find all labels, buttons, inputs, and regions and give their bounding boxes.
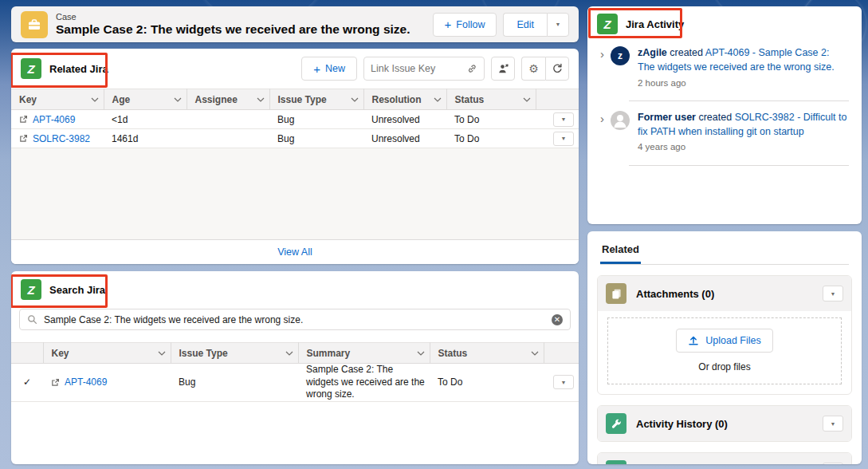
table-row[interactable]: SOLRC-3982 1461d Bug Unresolved To Do ▼ [11, 129, 579, 148]
status-cell: To Do [446, 129, 536, 148]
zagile-icon: Z [21, 58, 41, 79]
row-actions-button[interactable]: ▼ [553, 112, 574, 127]
briefcase-icon [27, 18, 41, 32]
table-row[interactable]: APT-4069 <1d Bug Unresolved To Do ▼ [11, 110, 579, 129]
upload-files-label: Upload Files [705, 335, 760, 346]
selected-check-icon[interactable]: ✓ [11, 364, 43, 402]
row-actions-button[interactable]: ▼ [553, 375, 574, 389]
issue-key-link[interactable]: SOLRC-3982 [33, 133, 90, 144]
zagile-icon: Z [597, 14, 618, 34]
column-header-key[interactable]: Key [11, 89, 104, 110]
case-titles: Case Sample Case 2: The widgets we recei… [56, 12, 433, 37]
view-all-link[interactable]: View All [277, 246, 312, 258]
column-header-status[interactable]: Status [446, 89, 536, 110]
open-activities-header[interactable]: Open Activities (0) ▼ [598, 453, 851, 464]
drop-files-hint: Or drop files [616, 361, 833, 372]
jira-activity-card: Z Jira Activity › z zAgile created APT-4… [587, 6, 862, 224]
activity-history-card: Activity History (0) ▼ [597, 405, 852, 442]
clear-search-icon[interactable]: ✕ [552, 314, 563, 325]
resolution-cell: Unresolved [363, 129, 446, 148]
column-header-issue-type[interactable]: Issue Type [269, 89, 363, 110]
attachment-icon [606, 283, 626, 304]
column-header-assignee[interactable]: Assignee [187, 89, 269, 110]
sort-chevron-icon [91, 97, 99, 102]
file-pages-icon [611, 288, 623, 300]
plus-icon: + [313, 62, 320, 76]
sort-chevron-icon [531, 351, 539, 356]
upload-icon [688, 335, 699, 346]
file-drop-zone[interactable]: Upload Files Or drop files [607, 317, 842, 384]
related-jira-card: Z Related Jira + New [11, 49, 579, 264]
sort-chevron-icon [257, 97, 265, 102]
related-jira-title: Related Jira [49, 63, 108, 75]
search-jira-table: Key Issue Type Summary Status ✓ APT-4069… [11, 342, 579, 402]
assign-user-button[interactable] [491, 57, 515, 81]
activity-timestamp: 4 years ago [638, 140, 849, 153]
chevron-down-icon: ▼ [556, 22, 561, 27]
issue-key-link[interactable]: APT-4069 [65, 376, 107, 388]
header-actions: + Follow Edit ▼ [433, 13, 569, 37]
follow-button[interactable]: + Follow [433, 13, 497, 37]
jira-search-input[interactable] [44, 314, 552, 325]
external-link-icon [19, 115, 28, 124]
wrench-icon [606, 413, 626, 434]
column-header-resolution[interactable]: Resolution [363, 89, 446, 110]
column-header-issue-type[interactable]: Issue Type [171, 343, 298, 364]
panel-tools: ⚙ [521, 57, 569, 81]
tab-related[interactable]: Related [600, 242, 641, 264]
settings-button[interactable]: ⚙ [521, 57, 545, 81]
chevron-down-icon: ▼ [831, 421, 836, 427]
activity-issue-link[interactable]: APT-4069 - Sample Case 2: The widgets we… [638, 47, 835, 73]
activity-history-header[interactable]: Activity History (0) ▼ [598, 406, 851, 441]
jira-activity-header: Z Jira Activity [587, 6, 862, 41]
edit-button[interactable]: Edit [503, 13, 547, 37]
right-column: Z Jira Activity › z zAgile created APT-4… [587, 6, 862, 469]
age-cell: 1461d [104, 129, 187, 148]
attachments-menu-button[interactable]: ▼ [823, 286, 843, 302]
open-activities-card: Open Activities (0) ▼ [597, 452, 852, 464]
edit-button-group: Edit ▼ [503, 13, 569, 37]
link-issue-key-field[interactable] [363, 57, 485, 81]
search-table-header-row: Key Issue Type Summary Status [11, 343, 579, 364]
activity-actor: zAgile [638, 47, 667, 58]
external-link-icon [19, 134, 28, 143]
column-header-summary[interactable]: Summary [298, 343, 430, 364]
header-more-actions-button[interactable]: ▼ [547, 13, 569, 37]
plus-icon: + [445, 18, 452, 31]
column-header-status[interactable]: Status [430, 343, 544, 364]
jira-search-field[interactable]: ✕ [19, 309, 571, 330]
case-icon [21, 11, 48, 38]
activity-history-title: Activity History (0) [636, 418, 728, 430]
column-header-age[interactable]: Age [104, 89, 187, 110]
chevron-down-icon: ▼ [561, 136, 567, 141]
column-header-key[interactable]: Key [43, 343, 171, 364]
activity-history-menu-button[interactable]: ▼ [823, 416, 843, 432]
chevron-right-icon[interactable]: › [600, 111, 604, 127]
link-icon [467, 63, 477, 74]
activity-text: Former user created SOLRC-3982 - Difficu… [638, 111, 849, 154]
column-header-actions [544, 343, 579, 364]
open-activities-menu-button[interactable]: ▼ [823, 463, 843, 464]
issue-key-link[interactable]: APT-4069 [33, 114, 75, 125]
link-issue-key-input[interactable] [371, 63, 467, 74]
table-row[interactable]: ✓ APT-4069 Bug Sample Case 2: The widget… [11, 364, 579, 402]
status-cell: To Do [430, 364, 544, 402]
attachments-header[interactable]: Attachments (0) ▼ [598, 276, 851, 311]
left-column: Case Sample Case 2: The widgets we recei… [11, 6, 579, 469]
resolution-cell: Unresolved [363, 110, 446, 129]
search-icon [27, 314, 37, 325]
new-issue-button[interactable]: + New [301, 57, 357, 81]
chevron-down-icon: ▼ [831, 291, 836, 297]
refresh-icon [552, 63, 563, 74]
case-header-card: Case Sample Case 2: The widgets we recei… [11, 6, 579, 42]
edit-label: Edit [516, 19, 534, 30]
refresh-button[interactable] [545, 57, 569, 81]
activity-action: created [698, 112, 732, 123]
page-title: Sample Case 2: The widgets we received a… [56, 22, 433, 37]
row-actions-button[interactable]: ▼ [553, 132, 574, 146]
upload-files-button[interactable]: Upload Files [676, 329, 772, 353]
search-jira-header: Z Search Jira [11, 271, 579, 308]
sort-chevron-icon [174, 97, 182, 102]
activity-text: zAgile created APT-4069 - Sample Case 2:… [638, 46, 849, 89]
chevron-right-icon[interactable]: › [600, 46, 604, 62]
